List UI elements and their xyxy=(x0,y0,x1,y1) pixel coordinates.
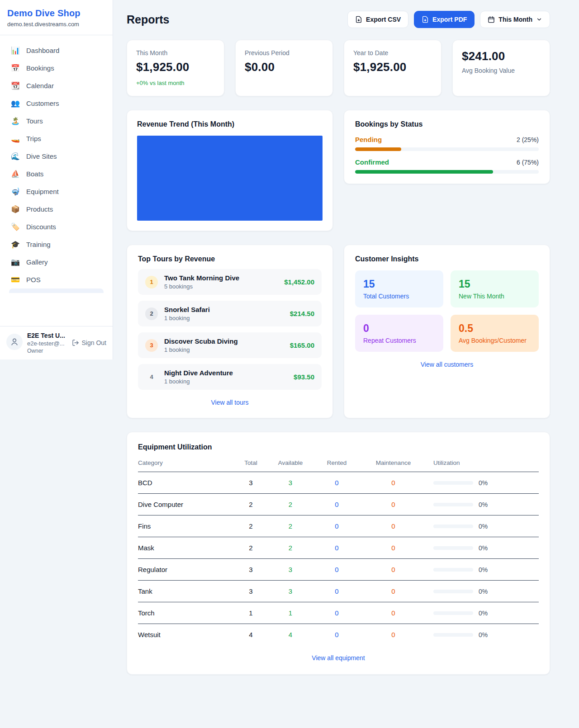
sidebar-item-products[interactable]: 📦 Products xyxy=(5,200,108,218)
cell-utilization: 0% xyxy=(426,479,539,487)
charts-row: Revenue Trend (This Month) Bookings by S… xyxy=(127,110,550,231)
sidebar-item-bookings[interactable]: 📅 Bookings xyxy=(5,59,108,77)
period-label: This Month xyxy=(498,16,532,23)
status-row-pending: Pending 2 (25%) xyxy=(355,136,539,151)
status-label: Confirmed xyxy=(355,158,389,166)
sidebar-item-boats[interactable]: ⛵ Boats xyxy=(5,165,108,183)
page-header: Reports Export CSV Export PDF xyxy=(127,11,550,28)
tour-name: Two Tank Morning Dive xyxy=(164,274,239,282)
sidebar-item-customers[interactable]: 👥 Customers xyxy=(5,95,108,112)
rank-badge: 4 xyxy=(145,371,158,383)
stat-value: $241.00 xyxy=(462,49,541,63)
sidebar-item-reports-partial[interactable] xyxy=(9,288,104,293)
utilization-bar-track xyxy=(433,481,473,485)
sidebar-item-label: Dashboard xyxy=(26,47,59,54)
cell-maintenance: 0 xyxy=(361,544,426,552)
sidebar-item-trips[interactable]: 🚤 Trips xyxy=(5,130,108,147)
sidebar-item-calendar[interactable]: 📆 Calendar xyxy=(5,77,108,95)
sidebar-item-label: Gallery xyxy=(26,258,48,266)
file-download-icon xyxy=(355,16,362,23)
bookings-icon: 📅 xyxy=(11,64,20,72)
boats-icon: ⛵ xyxy=(11,170,20,178)
sidebar-item-label: Discounts xyxy=(26,223,56,231)
cell-category: Mask xyxy=(138,544,234,552)
tour-amount: $214.50 xyxy=(290,310,314,317)
utilization-percent: 0% xyxy=(479,588,488,595)
sidebar-item-label: Trips xyxy=(26,135,41,142)
sidebar: Demo Dive Shop demo.test.divestreams.com… xyxy=(0,0,113,359)
bookings-by-status-title: Bookings by Status xyxy=(355,120,539,128)
user-name: E2E Test U... xyxy=(27,332,65,339)
status-bar-track xyxy=(355,147,539,151)
stat-value: $1,925.00 xyxy=(353,60,432,74)
sidebar-item-training[interactable]: 🎓 Training xyxy=(5,236,108,253)
period-dropdown[interactable]: This Month xyxy=(480,11,550,28)
cell-maintenance: 0 xyxy=(361,566,426,573)
bookings-by-status-card: Bookings by Status Pending 2 (25%) Confi… xyxy=(344,110,550,184)
sidebar-item-discounts[interactable]: 🏷️ Discounts xyxy=(5,218,108,236)
stat-label: Previous Period xyxy=(245,49,323,57)
user-info: E2E Test U... e2e-tester@... Owner xyxy=(27,332,65,354)
export-csv-button[interactable]: Export CSV xyxy=(347,11,408,28)
cell-rented: 0 xyxy=(313,631,361,638)
sidebar-item-gallery[interactable]: 📷 Gallery xyxy=(5,253,108,271)
sign-out-button[interactable]: Sign Out xyxy=(72,339,106,346)
tour-bookings: 1 booking xyxy=(164,378,233,385)
tile-value: 15 xyxy=(459,278,531,290)
page-title: Reports xyxy=(127,13,169,26)
top-tours-card: Top Tours by Revenue 1 Two Tank Morning … xyxy=(127,245,333,418)
header-actions: Export CSV Export PDF This Month xyxy=(347,11,550,28)
user-role: Owner xyxy=(27,348,65,354)
export-pdf-button[interactable]: Export PDF xyxy=(414,11,475,28)
cell-category: BCD xyxy=(138,479,234,487)
discounts-icon: 🏷️ xyxy=(11,222,20,231)
chevron-down-icon xyxy=(536,16,542,23)
table-row: BCD 3 3 0 0 0% xyxy=(138,472,539,494)
stat-card-year-to-date: Year to Date $1,925.00 xyxy=(344,40,441,96)
sidebar-item-label: Tours xyxy=(26,117,43,125)
cell-available: 3 xyxy=(268,479,313,487)
tour-amount: $93.50 xyxy=(294,373,314,381)
sidebar-item-tours[interactable]: 🏝️ Tours xyxy=(5,112,108,130)
view-all-customers-link[interactable]: View all customers xyxy=(355,361,539,368)
table-row: Dive Computer 2 2 0 0 0% xyxy=(138,494,539,515)
list-item: 2 Snorkel Safari 1 booking $214.50 xyxy=(138,301,322,326)
gallery-icon: 📷 xyxy=(11,258,20,266)
sidebar-item-label: Calendar xyxy=(26,82,54,90)
cell-available: 3 xyxy=(268,587,313,595)
sidebar-item-dive-sites[interactable]: 🌊 Dive Sites xyxy=(5,147,108,165)
sidebar-item-label: POS xyxy=(26,276,41,284)
cell-maintenance: 0 xyxy=(361,501,426,508)
top-tours-title: Top Tours by Revenue xyxy=(138,255,322,263)
pos-icon: 💳 xyxy=(11,275,20,284)
cell-maintenance: 0 xyxy=(361,631,426,638)
cell-rented: 0 xyxy=(313,479,361,487)
cell-utilization: 0% xyxy=(426,588,539,595)
view-all-equipment-link[interactable]: View all equipment xyxy=(138,654,539,662)
cell-rented: 0 xyxy=(313,522,361,530)
sidebar-item-label: Training xyxy=(26,241,51,248)
sidebar-item-dashboard[interactable]: 📊 Dashboard xyxy=(5,42,108,59)
sidebar-item-equipment[interactable]: 🤿 Equipment xyxy=(5,183,108,200)
cell-utilization: 0% xyxy=(426,544,539,552)
tour-name: Discover Scuba Diving xyxy=(164,337,238,345)
table-row: Torch 1 1 0 0 0% xyxy=(138,602,539,624)
cell-utilization: 0% xyxy=(426,566,539,573)
view-all-tours-link[interactable]: View all tours xyxy=(138,399,322,406)
utilization-percent: 0% xyxy=(479,566,488,573)
shop-domain: demo.test.divestreams.com xyxy=(7,21,105,28)
stat-card-previous-period: Previous Period $0.00 xyxy=(235,40,333,96)
sidebar-item-label: Equipment xyxy=(26,188,59,195)
utilization-bar-track xyxy=(433,525,473,528)
cell-utilization: 0% xyxy=(426,523,539,530)
cell-rented: 0 xyxy=(313,587,361,595)
tile-value: 15 xyxy=(363,278,435,290)
tours-icon: 🏝️ xyxy=(11,117,20,125)
sidebar-item-label: Dive Sites xyxy=(26,152,57,160)
cell-available: 4 xyxy=(268,631,313,638)
utilization-percent: 0% xyxy=(479,544,488,552)
cell-utilization: 0% xyxy=(426,631,539,638)
sidebar-item-pos[interactable]: 💳 POS xyxy=(5,271,108,288)
sidebar-item-label: Bookings xyxy=(26,64,54,72)
avatar xyxy=(6,334,23,350)
